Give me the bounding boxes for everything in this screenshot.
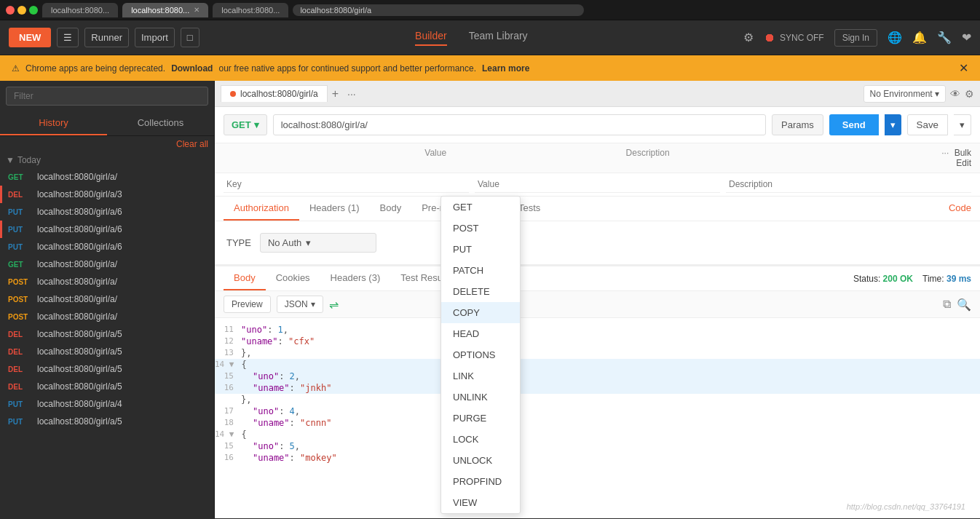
url-input[interactable] bbox=[273, 114, 766, 135]
download-link[interactable]: Download bbox=[171, 63, 213, 74]
list-item[interactable]: POST localhost:8080/girl/a/ bbox=[0, 308, 214, 325]
copy-response-icon[interactable]: ⧉ bbox=[943, 298, 951, 312]
more-tabs-button[interactable]: ··· bbox=[343, 88, 360, 100]
list-item[interactable]: DEL localhost:8080/girl/a/5 bbox=[0, 343, 214, 360]
top-right-actions: ⚙ ⏺ SYNC OFF Sign In 🌐 🔔 🔧 ❤ bbox=[743, 29, 971, 47]
filter-input[interactable] bbox=[6, 87, 208, 106]
params-button[interactable]: Params bbox=[772, 114, 823, 135]
tab-body[interactable]: Body bbox=[370, 197, 412, 221]
chrome-url-bar[interactable]: localhost:8080/girl/a bbox=[293, 4, 584, 16]
list-item[interactable]: PUT localhost:8080/girl/a/6 bbox=[0, 238, 214, 255]
bulk-edit-button[interactable]: Bulk Edit bbox=[955, 148, 971, 168]
list-item[interactable]: PUT localhost:8080/girl/a/5 bbox=[0, 413, 214, 430]
dropdown-item-get[interactable]: GET bbox=[441, 197, 520, 218]
dropdown-item-copy[interactable]: COPY bbox=[441, 302, 520, 323]
dropdown-item-post[interactable]: POST bbox=[441, 218, 520, 239]
list-item[interactable]: PUT localhost:8080/girl/a/6 bbox=[0, 221, 214, 238]
import-button[interactable]: Import bbox=[135, 28, 175, 47]
list-item[interactable]: DEL localhost:8080/girl/a/5 bbox=[0, 378, 214, 395]
format-select[interactable]: JSON ▾ bbox=[277, 296, 323, 313]
dropdown-item-propfind[interactable]: PROPFIND bbox=[441, 471, 520, 492]
team-library-tab[interactable]: Team Library bbox=[469, 30, 528, 46]
bell-icon[interactable]: 🔔 bbox=[912, 31, 927, 44]
environment-dropdown[interactable]: No Environment ▾ bbox=[864, 85, 946, 103]
dropdown-item-link[interactable]: LINK bbox=[441, 365, 520, 387]
dropdown-item-unlock[interactable]: UNLOCK bbox=[441, 450, 520, 471]
dropdown-item-head[interactable]: HEAD bbox=[441, 323, 520, 344]
layout-button[interactable]: □ bbox=[181, 28, 199, 47]
params-empty-row bbox=[215, 173, 980, 197]
heart-icon[interactable]: ❤ bbox=[962, 31, 971, 44]
search-response-icon[interactable]: 🔍 bbox=[957, 298, 971, 312]
minimize-window-icon[interactable] bbox=[17, 6, 26, 15]
dropdown-item-unlink[interactable]: UNLINK bbox=[441, 387, 520, 408]
tab-headers[interactable]: Headers (1) bbox=[299, 197, 370, 221]
gear-icon[interactable]: ⚙ bbox=[965, 88, 974, 100]
send-dropdown-button[interactable]: ▾ bbox=[885, 114, 901, 135]
banner-close-icon[interactable]: ✕ bbox=[959, 61, 968, 75]
list-item[interactable]: DEL localhost:8080/girl/a/5 bbox=[0, 360, 214, 378]
clear-all-button[interactable]: Clear all bbox=[0, 136, 214, 152]
tab-cookies[interactable]: Cookies bbox=[266, 266, 320, 290]
list-item[interactable]: DEL localhost:8080/girl/a/3 bbox=[0, 186, 214, 203]
sidebar-toggle-button[interactable]: ☰ bbox=[57, 28, 79, 47]
dropdown-item-lock[interactable]: LOCK bbox=[441, 429, 520, 450]
close-window-icon[interactable] bbox=[6, 6, 15, 15]
history-tab[interactable]: History bbox=[0, 111, 107, 135]
send-button[interactable]: Send bbox=[829, 114, 879, 135]
chrome-tab-3[interactable]: localhost:8080... bbox=[213, 3, 288, 17]
history-url: localhost:8080/girl/a/5 bbox=[37, 381, 122, 392]
add-tab-button[interactable]: + bbox=[328, 87, 343, 100]
builder-tab[interactable]: Builder bbox=[415, 30, 447, 46]
list-item[interactable]: PUT localhost:8080/girl/a/6 bbox=[0, 203, 214, 221]
dropdown-item-options[interactable]: OPTIONS bbox=[441, 344, 520, 365]
preview-button[interactable]: Preview bbox=[224, 296, 271, 313]
value-input[interactable] bbox=[475, 176, 720, 193]
sign-in-button[interactable]: Sign In bbox=[834, 29, 877, 47]
list-item[interactable]: POST localhost:8080/girl/a/ bbox=[0, 273, 214, 290]
auth-type-select[interactable]: No Auth ▾ bbox=[260, 233, 376, 253]
line-number: 16 bbox=[215, 383, 241, 393]
tab-body-response[interactable]: Body bbox=[224, 266, 266, 290]
method-select[interactable]: GET ▾ bbox=[224, 114, 267, 135]
dropdown-item-view[interactable]: VIEW bbox=[441, 492, 520, 513]
tab-authorization[interactable]: Authorization bbox=[224, 197, 299, 221]
runner-button[interactable]: Runner bbox=[84, 28, 129, 47]
new-button[interactable]: NEW bbox=[9, 28, 51, 47]
dropdown-item-delete[interactable]: DELETE bbox=[441, 281, 520, 302]
format-label: JSON bbox=[285, 299, 308, 309]
list-item[interactable]: PUT localhost:8080/girl/a/4 bbox=[0, 395, 214, 413]
list-item[interactable]: DEL localhost:8080/girl/a/5 bbox=[0, 325, 214, 343]
chrome-tab-2[interactable]: localhost:8080... ✕ bbox=[122, 3, 208, 17]
save-button[interactable]: Save bbox=[907, 114, 948, 135]
learn-more-link[interactable]: Learn more bbox=[482, 63, 529, 74]
sync-area[interactable]: ⏺ SYNC OFF bbox=[764, 31, 824, 44]
code-link[interactable]: Code bbox=[949, 197, 971, 221]
list-item[interactable]: GET localhost:8080/girl/a/ bbox=[0, 255, 214, 273]
word-wrap-icon[interactable]: ⇌ bbox=[329, 298, 339, 312]
request-tab-bar: localhost:8080/girl/a + ··· No Environme… bbox=[215, 81, 980, 107]
wrench-icon[interactable]: 🔧 bbox=[937, 31, 952, 44]
chrome-tab-2-close-icon[interactable]: ✕ bbox=[194, 6, 199, 14]
globe-icon[interactable]: 🌐 bbox=[888, 31, 902, 44]
dropdown-item-purge[interactable]: PURGE bbox=[441, 408, 520, 429]
save-dropdown-button[interactable]: ▾ bbox=[954, 114, 971, 135]
dropdown-item-put[interactable]: PUT bbox=[441, 239, 520, 260]
method-badge: PUT bbox=[8, 208, 31, 216]
sync-icon: ⏺ bbox=[764, 31, 775, 44]
eye-icon[interactable]: 👁 bbox=[950, 88, 960, 100]
collections-tab[interactable]: Collections bbox=[107, 111, 214, 135]
dropdown-item-patch[interactable]: PATCH bbox=[441, 260, 520, 281]
history-url: localhost:8080/girl/a/6 bbox=[37, 207, 122, 217]
list-item[interactable]: POST localhost:8080/girl/a/ bbox=[0, 290, 214, 308]
tab-headers-response[interactable]: Headers (3) bbox=[320, 266, 391, 290]
chrome-tab-1[interactable]: localhost:8080... bbox=[42, 3, 118, 17]
request-tab[interactable]: localhost:8080/girl/a bbox=[221, 85, 328, 102]
maximize-window-icon[interactable] bbox=[29, 6, 38, 15]
line-number: 18 bbox=[215, 418, 241, 428]
desc-input[interactable] bbox=[726, 176, 971, 193]
settings-icon[interactable]: ⚙ bbox=[743, 31, 754, 44]
key-input[interactable] bbox=[224, 176, 469, 193]
response-line: 15 "uno": 5, bbox=[215, 440, 980, 452]
list-item[interactable]: GET localhost:8080/girl/a/ bbox=[0, 168, 214, 186]
